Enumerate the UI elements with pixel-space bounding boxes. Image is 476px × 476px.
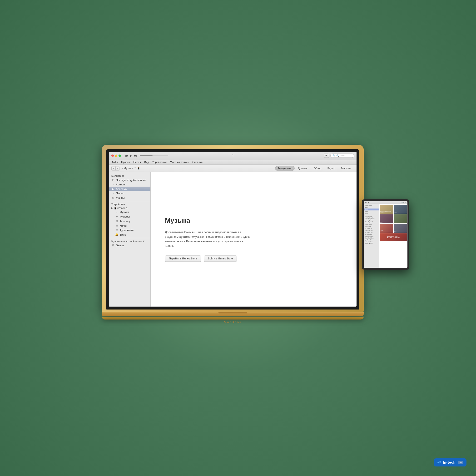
ipad-album-3: VansVideo [380, 214, 393, 223]
device-audiobooks[interactable]: ▤ Аудиокниги [113, 228, 151, 232]
prev-button[interactable]: ⏮ [125, 153, 129, 158]
nav-back[interactable]: ‹ [112, 166, 116, 170]
hitech-label: hi-tech [443, 460, 456, 464]
device-music-label: Музыка [120, 211, 129, 214]
sidebar-item-genres[interactable]: ⊞ Жанры [109, 195, 151, 200]
next-button[interactable]: ⏭ [134, 153, 137, 158]
ipad-albums[interactable]: Albums [364, 208, 379, 210]
albums-icon: ⊟ [111, 187, 115, 190]
device-tv[interactable]: ▦ Телешоу [113, 219, 151, 223]
sidebar: Медиатека ⊞ Последние добавленные ♪ Арти… [109, 172, 151, 306]
progress-bar[interactable] [140, 155, 168, 156]
content-area: Музыка Добавляемые Вами в iTunes песни и… [151, 172, 357, 306]
ipad-pl12[interactable]: Classic Rock Din... [364, 237, 379, 239]
device-tv-icon: ▦ [115, 220, 119, 222]
device-books[interactable]: ▤ Книги [113, 223, 151, 228]
ipad-recent[interactable]: Recently Added [364, 205, 379, 206]
ipad-pl9[interactable]: 00s Political So... [364, 231, 379, 233]
breadcrumb-label: Музыка [124, 167, 133, 170]
ipad-pl11[interactable]: Best of The Rolli... [364, 235, 379, 237]
device-iphone[interactable]: ▶ 📱 iPhone 1 [109, 206, 151, 210]
maximize-button[interactable] [119, 154, 121, 157]
close-button[interactable] [111, 154, 114, 157]
device-books-icon: ▤ [115, 224, 119, 227]
menu-account[interactable]: Учетная запись [170, 161, 189, 164]
ipad-pl3[interactable]: Inspired by Weezer [364, 219, 379, 221]
tab-radio[interactable]: Радио [325, 166, 338, 170]
tab-browse[interactable]: Обзор [311, 166, 324, 170]
nav-forward[interactable]: › [116, 166, 119, 170]
ipad-genres[interactable]: Genres [364, 212, 379, 214]
list-view-button[interactable]: ☰ [324, 153, 329, 157]
search-icon: 🔍 [333, 154, 335, 157]
device-music[interactable]: ♪ Музыка [113, 210, 151, 214]
tab-foryou[interactable]: Для вас [295, 166, 310, 170]
songs-icon: ♪ [111, 192, 115, 195]
sidebar-item-genres-label: Жанры [116, 196, 125, 199]
macbook-hinge [219, 312, 247, 314]
library-section-title: Медиатека [109, 174, 151, 178]
tab-store[interactable]: Магазин [339, 166, 354, 170]
window-controls [111, 154, 121, 157]
device-books-label: Книги [120, 224, 127, 227]
ipad-pl2[interactable]: Coldplay: Deep Cu... [364, 217, 379, 219]
menu-song[interactable]: Песня [133, 161, 141, 164]
sidebar-item-genius-label: Genius [116, 244, 124, 247]
macbook-screen-outer: ⏮ ▶ ⏭  ☰ 🔍 🔍 Поиск [102, 145, 364, 312]
ipad-pl4[interactable]: Music Playlists ⌃ [364, 221, 379, 223]
sidebar-item-songs-label: Песни [116, 192, 123, 195]
ipad-songs[interactable]: Songs [364, 210, 379, 212]
ipad-transport: ⏮ ⏸ ⏭ [365, 202, 369, 203]
itunes-window: ⏮ ▶ ⏭  ☰ 🔍 🔍 Поиск [109, 152, 357, 306]
device-audiobooks-icon: ▤ [115, 228, 119, 232]
ipad-pl6[interactable]: In You Asked [364, 226, 379, 227]
menu-edit[interactable]: Правка [121, 161, 130, 164]
play-button[interactable]: ▶ [130, 153, 133, 158]
device-audiobooks-label: Аудиокниги [120, 229, 134, 232]
ipad-pl13[interactable]: Gym Work Out [364, 239, 379, 241]
ipad-main: Recently Added Artists Albums Songs Genr… [364, 204, 408, 268]
ipad-itunes: ⏮ ⏸ ⏭ 🔍 Music Recently Added Artists Alb… [364, 201, 408, 268]
sidebar-item-songs[interactable]: ♪ Песни [109, 191, 151, 195]
sidebar-item-genius[interactable]: ⚙ Genius [109, 243, 151, 248]
main-area: Медиатека ⊞ Последние добавленные ♪ Арти… [109, 172, 357, 306]
content-buttons: Перейти в iTunes Store Войти в iTunes St… [165, 255, 237, 262]
sidebar-item-recent[interactable]: ⊞ Последние добавленные [109, 178, 151, 182]
ipad-pl5[interactable]: Recently Added [364, 224, 379, 226]
artists-icon: ♪ [111, 183, 115, 186]
tab-library[interactable]: Медиатека [275, 166, 295, 171]
genres-icon: ⊞ [111, 196, 115, 199]
transport-controls: ⏮ ▶ ⏭ [125, 153, 170, 158]
title-bar: ⏮ ▶ ⏭  ☰ 🔍 🔍 Поиск [109, 152, 357, 159]
menu-manage[interactable]: Управление [152, 161, 167, 164]
ipad-pl7[interactable]: Top 25 Most Pl... [364, 227, 379, 229]
ipad-pl15[interactable]: Favorite Movie S... [364, 243, 379, 245]
login-store-button[interactable]: Войти в iTunes Store [204, 255, 237, 262]
device-tones-label: Звуки [120, 233, 127, 236]
menu-help[interactable]: Справка [192, 161, 203, 164]
device-movies[interactable]: ▶ Фильмы [113, 214, 151, 219]
macbook-label: MacBook [102, 320, 364, 324]
minimize-button[interactable] [115, 154, 117, 157]
divider-2 [109, 238, 151, 238]
ipad-pl8[interactable]: 2000s R&B Sing... [364, 229, 379, 231]
menu-view[interactable]: Вид [144, 161, 149, 164]
divider-1 [109, 201, 151, 201]
sidebar-item-albums[interactable]: ⊟ Альбомы [109, 187, 151, 191]
hitech-badge[interactable]: @ hi-tech vk [434, 459, 467, 466]
ipad-artists[interactable]: Artists [364, 206, 379, 208]
ipad-pl14[interactable]: Rainy Day Sound... [364, 241, 379, 243]
ipad-album-5: Оладр... [380, 224, 393, 233]
ipad-sidebar: Recently Added Artists Albums Songs Genr… [364, 204, 379, 268]
go-to-store-button[interactable]: Перейти в iTunes Store [165, 255, 201, 262]
ipad-search: 🔍 Music [402, 202, 406, 203]
hitech-logo-icon: @ [438, 460, 441, 465]
ipad-pl10[interactable]: You Dont Rock [364, 233, 379, 235]
menu-file[interactable]: Файл [111, 161, 118, 164]
device-tones[interactable]: 🔔 Звуки [113, 232, 151, 237]
sidebar-item-artists[interactable]: ♪ Артисты [109, 182, 151, 187]
ipad-album-6: Dr. No [394, 224, 407, 233]
search-box[interactable]: 🔍 🔍 Поиск [330, 153, 354, 157]
ipad-apple-playlist[interactable]: New Artist: Indie [364, 215, 379, 217]
menu-bar: Файл Правка Песня Вид Управление Учетная… [109, 159, 357, 165]
